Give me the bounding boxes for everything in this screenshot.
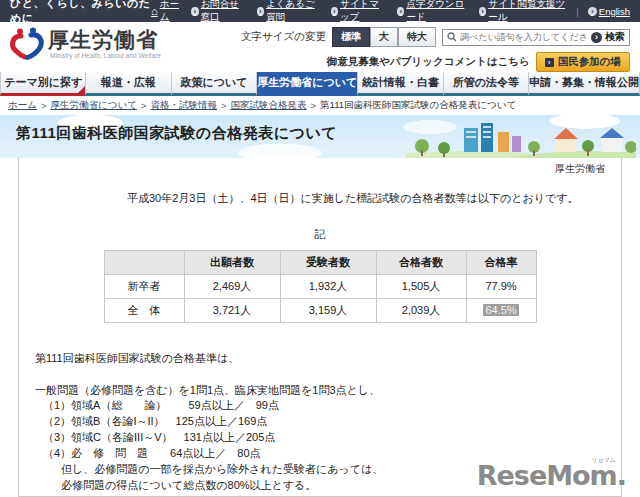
agency-name: 厚生労働省 bbox=[35, 162, 605, 176]
nav-tab-applications[interactable]: 申請・募集・情報公開 bbox=[529, 72, 640, 96]
nav-tab-about-mhlw[interactable]: 厚生労働省について bbox=[257, 72, 358, 96]
criteria-item-1: （1）領域A（総 論） 59点以上／ 99点 bbox=[35, 398, 605, 414]
row-label: 全 体 bbox=[104, 298, 184, 322]
public-comment-text: 御意見募集やパブリックコメントはこちら bbox=[327, 55, 530, 69]
breadcrumb-home[interactable]: ホーム bbox=[8, 99, 37, 112]
table-row-new-graduates: 新卒者 2,469人 1,932人 1,505人 77.9% bbox=[104, 274, 536, 298]
intro-paragraph: 平成30年2月3日（土）、4日（日）に実施した標記試験の合格者数等は以下のとおり… bbox=[127, 190, 605, 207]
nav-tab-themes[interactable]: テーマ別に探す bbox=[0, 72, 86, 96]
divider: | bbox=[576, 6, 578, 17]
row-label: 新卒者 bbox=[104, 274, 184, 298]
col-passers: 合格者数 bbox=[376, 250, 466, 274]
content-panel: 厚生労働省 平成30年2月3日（土）、4日（日）に実施した標記試験の合格者数等は… bbox=[18, 158, 622, 497]
breadcrumb: ホーム> 厚生労働省について> 資格・試験情報> 国家試験合格発表> 第111回… bbox=[0, 96, 640, 115]
page-title: 第111回歯科医師国家試験の合格発表について bbox=[16, 124, 337, 143]
arrow-circle-icon: › bbox=[331, 7, 338, 16]
breadcrumb-exam-info[interactable]: 資格・試験情報 bbox=[150, 99, 217, 112]
red-corner-icon bbox=[75, 86, 85, 96]
utility-links: ⌂ホーム ›お問合せ窓口 ›よくあるご質問 ›サイトマップ ›点字ダウンロード … bbox=[151, 0, 630, 24]
criteria-intro: 一般問題（必修問題を含む）を1問1点、臨床実地問題を1問3点とし、 bbox=[35, 382, 605, 399]
arrow-circle-icon: › bbox=[397, 7, 404, 16]
table-row-total: 全 体 3,721人 3,159人 2,039人 64.5% bbox=[104, 298, 536, 322]
townscape-illustration bbox=[406, 116, 636, 158]
highlighted-pass-rate: 64.5% bbox=[483, 304, 518, 316]
criteria-item-3: （3）領域C（各論III～V） 131点以上／205点 bbox=[35, 430, 605, 446]
logo-subtitle: Ministry of Health, Labour and Welfare bbox=[50, 52, 161, 59]
global-nav: テーマ別に探す 報道・広報 政策について 厚生労働省について 統計情報・白書 所… bbox=[0, 72, 640, 96]
link-braille-download[interactable]: ›点字ダウンロード bbox=[397, 0, 470, 24]
font-size-large-button[interactable]: 大 bbox=[370, 27, 398, 47]
top-utility-bar: ひと、くらし、みらいのために ⌂ホーム ›お問合せ窓口 ›よくあるご質問 ›サイ… bbox=[0, 0, 640, 22]
citizen-participation-button[interactable]: › 国民参加の場 bbox=[536, 52, 630, 72]
cell-pass-rate: 64.5% bbox=[466, 298, 536, 322]
nav-tab-press[interactable]: 報道・広報 bbox=[86, 72, 171, 96]
arrow-square-icon: › bbox=[545, 58, 554, 67]
nav-tab-laws[interactable]: 所管の法令等 bbox=[444, 72, 529, 96]
mhlw-logo[interactable]: 厚生労働省 Ministry of Health, Labour and Wel… bbox=[8, 26, 161, 62]
logo-title: 厚生労働省 bbox=[48, 26, 161, 54]
search-icon bbox=[447, 32, 457, 42]
nav-tab-policy[interactable]: 政策について bbox=[172, 72, 257, 96]
link-accessibility-tool[interactable]: ›サイト閲覧支援ツール bbox=[479, 0, 568, 24]
cell-pass-rate: 77.9% bbox=[466, 274, 536, 298]
link-faq[interactable]: ›よくあるご質問 bbox=[257, 0, 322, 24]
search-go-icon: › bbox=[591, 32, 602, 43]
col-pass-rate: 合格率 bbox=[466, 250, 536, 274]
page-title-banner: 第111回歯科医師国家試験の合格発表について bbox=[0, 115, 640, 158]
arrow-circle-icon: › bbox=[588, 7, 597, 16]
breadcrumb-current: 第111回歯科医師国家試験の合格発表について bbox=[320, 99, 516, 112]
ki-heading: 記 bbox=[35, 227, 605, 242]
col-examinees: 受験者数 bbox=[280, 250, 376, 274]
arrow-circle-icon: › bbox=[257, 7, 264, 16]
breadcrumb-exam-results[interactable]: 国家試験合格発表 bbox=[231, 99, 307, 112]
cell-examinees: 1,932人 bbox=[280, 274, 376, 298]
font-size-label: 文字サイズの変更 bbox=[241, 30, 326, 44]
breadcrumb-about[interactable]: 厚生労働省について bbox=[51, 99, 137, 112]
home-icon: ⌂ bbox=[151, 5, 158, 17]
col-applicants: 出願者数 bbox=[184, 250, 280, 274]
criteria-item-2: （2）領域B（各論I～II） 125点以上／169点 bbox=[35, 414, 605, 430]
font-size-standard-button[interactable]: 標準 bbox=[332, 27, 370, 47]
site-header: 厚生労働省 Ministry of Health, Labour and Wel… bbox=[0, 22, 640, 72]
search-input[interactable] bbox=[460, 32, 588, 42]
cell-passers: 2,039人 bbox=[376, 298, 466, 322]
nav-tab-statistics[interactable]: 統計情報・白書 bbox=[358, 72, 443, 96]
arrow-circle-icon: › bbox=[479, 7, 486, 16]
link-sitemap[interactable]: ›サイトマップ bbox=[331, 0, 388, 24]
criteria-title: 第111回歯科医師国家試験の合格基準は、 bbox=[35, 351, 605, 366]
col-blank bbox=[104, 250, 184, 274]
search-button[interactable]: 検索 bbox=[605, 30, 625, 44]
arrow-circle-icon: › bbox=[191, 7, 198, 16]
link-contact[interactable]: ›お問合せ窓口 bbox=[191, 0, 248, 24]
cell-examinees: 3,159人 bbox=[280, 298, 376, 322]
font-size-xlarge-button[interactable]: 特大 bbox=[398, 27, 436, 47]
results-table: 出願者数 受験者数 合格者数 合格率 新卒者 2,469人 1,932人 1,5… bbox=[104, 250, 537, 323]
resemom-ruby: リセマム bbox=[591, 456, 616, 465]
cell-passers: 1,505人 bbox=[376, 274, 466, 298]
resemom-logo: リセマム ReseMom. bbox=[477, 460, 626, 491]
mhlw-logo-mark bbox=[8, 26, 44, 62]
table-header-row: 出願者数 受験者数 合格者数 合格率 bbox=[104, 250, 536, 274]
link-home[interactable]: ⌂ホーム bbox=[151, 0, 182, 24]
cell-applicants: 3,721人 bbox=[184, 298, 280, 322]
link-english[interactable]: ›English bbox=[588, 6, 630, 17]
search-box: › 検索 bbox=[442, 29, 630, 46]
cell-applicants: 2,469人 bbox=[184, 274, 280, 298]
